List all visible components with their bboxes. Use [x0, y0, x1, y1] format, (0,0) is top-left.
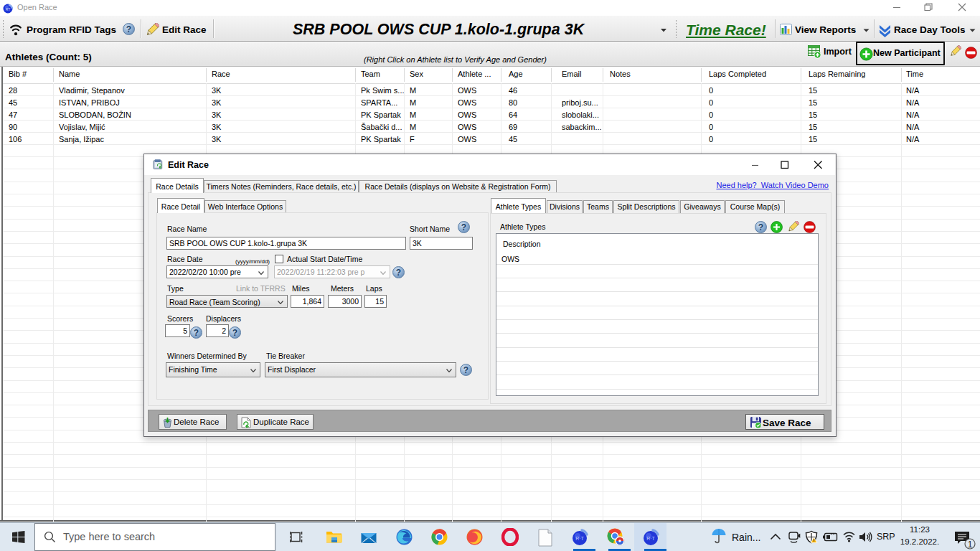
svg-text:R·T: R·T	[575, 536, 584, 541]
svg-text:RT: RT	[6, 7, 11, 11]
svg-text:1: 1	[968, 540, 973, 550]
svg-text:R·T: R·T	[646, 536, 655, 541]
